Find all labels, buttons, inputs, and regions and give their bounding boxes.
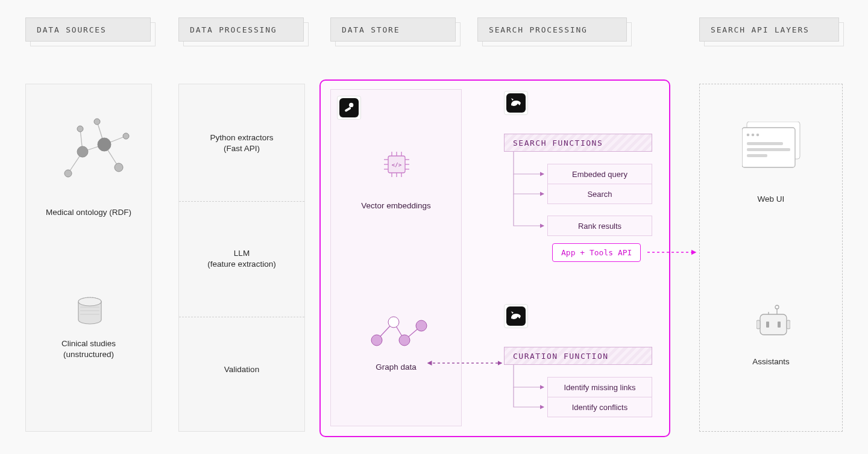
curation-func-item-0: Identify missing links [547, 377, 652, 397]
panel-data-store: </> Vector embeddings Graph data [330, 89, 462, 426]
bidirectional-arrow-graph-curation [424, 359, 505, 367]
svg-point-11 [115, 163, 123, 172]
column-header-data-store: DATA STORE [330, 17, 456, 42]
studies-label: Clinical studies(unstructured) [26, 338, 151, 360]
llm-label: LLM(feature extraction) [179, 248, 304, 270]
svg-rect-45 [747, 142, 783, 145]
validation-label: Validation [179, 364, 304, 375]
svg-point-34 [371, 335, 382, 346]
search-functions-header: SEARCH FUNCTIONS [504, 134, 652, 152]
search-func-item-1: Search [547, 184, 652, 204]
svg-point-35 [388, 317, 399, 328]
rhino-icon-shell-2 [504, 304, 528, 328]
svg-point-12 [123, 133, 129, 139]
svg-rect-54 [766, 322, 769, 328]
svg-point-43 [752, 134, 755, 137]
divider-2 [179, 317, 304, 317]
svg-point-10 [94, 119, 100, 125]
svg-point-48 [775, 305, 779, 309]
svg-rect-16 [344, 107, 351, 112]
curation-func-item-1: Identify conflicts [547, 397, 652, 417]
ontology-label: Medical ontology (RDF) [26, 207, 151, 218]
extractors-label: Python extractors(Fast API) [179, 132, 304, 154]
graph-icon [368, 314, 429, 350]
rhino-icon-shell-1 [504, 91, 528, 115]
svg-text:</>: </> [392, 162, 402, 168]
api-chip: App + Tools API [552, 243, 641, 262]
database-icon [77, 296, 103, 329]
svg-rect-53 [787, 320, 790, 329]
column-header-search-processing: SEARCH PROCESSING [477, 17, 627, 42]
svg-point-44 [756, 134, 760, 137]
panel-api-layers: Web UI Assistants [699, 84, 843, 432]
search-func-connectors [510, 152, 552, 242]
web-ui-label: Web UI [700, 194, 842, 205]
column-header-data-sources: DATA SOURCES [25, 17, 151, 42]
svg-point-14 [78, 297, 101, 306]
svg-rect-55 [778, 322, 781, 328]
svg-point-15 [349, 103, 353, 107]
svg-rect-47 [747, 154, 767, 157]
svg-point-6 [64, 170, 72, 177]
curation-function-header: CURATION FUNCTION [504, 347, 652, 365]
svg-rect-52 [756, 320, 760, 329]
rhino-icon-1 [506, 93, 526, 113]
telescope-icon-shell [337, 96, 361, 120]
svg-point-7 [77, 146, 88, 157]
divider-1 [179, 201, 304, 202]
curation-func-connectors [510, 365, 552, 419]
ontology-graph-icon [56, 108, 131, 184]
svg-point-9 [98, 138, 111, 151]
svg-rect-51 [760, 314, 787, 335]
svg-rect-41 [742, 128, 795, 167]
assistants-label: Assistants [700, 356, 842, 367]
robot-icon [756, 305, 790, 338]
arrow-api-to-layers [646, 248, 700, 257]
panel-data-processing: Python extractors(Fast API) LLM(feature … [178, 84, 305, 432]
telescope-icon [339, 98, 359, 117]
svg-point-42 [747, 134, 750, 137]
column-header-search-api-layers: SEARCH API LAYERS [699, 17, 839, 42]
panel-data-sources: Medical ontology (RDF) Clinical studies(… [25, 84, 152, 432]
svg-point-36 [399, 335, 410, 346]
svg-rect-46 [747, 148, 790, 151]
rhino-icon-2 [506, 306, 526, 326]
chip-icon: </> [382, 150, 411, 179]
vector-embeddings-label: Vector embeddings [331, 201, 461, 211]
browser-window-icon [742, 122, 802, 169]
search-func-item-0: Embeded query [547, 164, 652, 184]
search-func-item-2: Rank results [547, 216, 652, 236]
svg-point-8 [77, 126, 83, 132]
svg-point-37 [416, 320, 427, 331]
column-header-data-processing: DATA PROCESSING [178, 17, 304, 42]
